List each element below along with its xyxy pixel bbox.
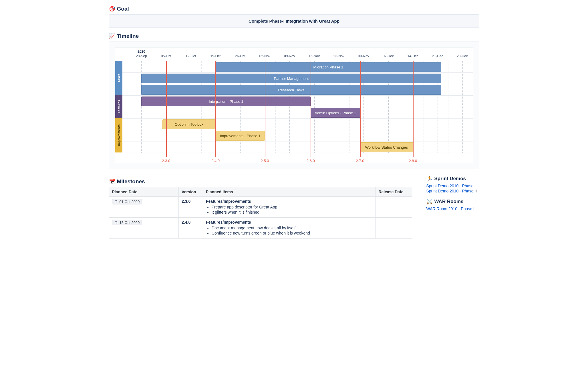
war-icon: ⚔️ xyxy=(426,198,433,205)
war-rooms-section: ⚔️ WAR Rooms WAR Room 2010 - Phase I xyxy=(426,198,479,211)
timeline-row: Option in Toolbox xyxy=(122,118,473,130)
timeline-row: Improvements - Phase 1 xyxy=(122,130,473,141)
goal-heading: 🎯 Goal xyxy=(109,6,479,12)
timeline-row: Migration Phase 1 xyxy=(122,61,473,73)
timeline-chart[interactable]: TasksFeaturesImprovements 202028-Sep05-O… xyxy=(115,48,473,163)
planned-date-badge: 🗓15 Oct 2020 xyxy=(112,220,142,225)
timeline-tick: 02-Nov xyxy=(252,54,278,58)
goal-panel: Complete Phase-I Integration with Great … xyxy=(109,14,479,28)
timeline-bar[interactable]: Admin Options - Phase 1 xyxy=(311,108,360,118)
timeline-bar[interactable]: Partner Management xyxy=(141,74,441,83)
timeline-tick: 05-Oct xyxy=(153,54,179,58)
planned-item: Document management now does it all by i… xyxy=(212,226,373,230)
sprint-demo-link[interactable]: Sprint Demo 2010 - Phase I xyxy=(426,184,479,188)
swimlane-label: Improvements xyxy=(115,118,122,153)
timeline-tick: 12-Oct xyxy=(178,54,204,58)
table-row: 🗓01 Oct 20202.3.0Features/ImprovementsPr… xyxy=(109,197,412,218)
timeline-tick: 07-Dec xyxy=(376,54,401,58)
sprint-icon: 🏃 xyxy=(426,176,433,182)
timeline-bar[interactable]: Improvements - Phase 1 xyxy=(215,131,265,141)
version-cell: 2.4.0 xyxy=(179,218,203,239)
timeline-tick: 26-Oct xyxy=(227,54,253,58)
timeline-bar[interactable]: Workflow Status Changes xyxy=(360,142,413,152)
war-room-link[interactable]: WAR Room 2010 - Phase I xyxy=(426,206,479,211)
planned-date-badge: 🗓01 Oct 2020 xyxy=(112,199,142,204)
timeline-bar[interactable]: Option in Toolbox xyxy=(162,119,215,129)
calendar-icon: 🗓 xyxy=(114,220,118,225)
release-date-cell xyxy=(376,197,412,218)
sprint-demos-section: 🏃 Sprint Demos Sprint Demo 2010 - Phase … xyxy=(426,176,479,193)
sprint-title: Sprint Demos xyxy=(434,176,466,182)
timeline-bar[interactable]: Research Tasks xyxy=(141,85,441,95)
planned-item: Prepare app descriptor for Great App xyxy=(212,205,373,209)
timeline-tick: 19-Oct xyxy=(202,54,228,58)
milestones-heading: 📅 Milestones xyxy=(109,178,412,185)
timeline-milestone-label: 2.8.0 xyxy=(409,159,417,163)
planned-item: Confluence now turns green or blue when … xyxy=(212,231,373,235)
timeline-tick: 28-Dec xyxy=(450,54,473,58)
timeline-milestone-label: 2.5.0 xyxy=(261,159,269,163)
timeline-milestone-label: 2.4.0 xyxy=(211,159,220,163)
timeline-tick: 21-Dec xyxy=(425,54,450,58)
timeline-milestone-label: 2.3.0 xyxy=(162,159,170,163)
timeline-tick: 30-Nov xyxy=(351,54,376,58)
milestones-column-header: Planned Date xyxy=(109,187,179,197)
timeline-bar[interactable]: Migration Phase 1 xyxy=(215,62,441,72)
milestones-column-header: Version xyxy=(179,187,203,197)
goal-icon: 🎯 xyxy=(109,6,115,12)
timeline-row: Research Tasks xyxy=(122,84,473,96)
planned-items-group-label: Features/Improvements xyxy=(206,199,373,204)
calendar-icon: 🗓 xyxy=(114,200,118,204)
goal-text: Complete Phase-I Integration with Great … xyxy=(249,19,339,23)
milestones-table: Planned DateVersionPlanned ItemsRelease … xyxy=(109,187,412,239)
timeline-row: Admin Options - Phase 1 xyxy=(122,107,473,119)
swimlane-label: Features xyxy=(115,95,122,118)
planned-item: It glitters when it is finished xyxy=(212,210,373,214)
timeline-tick: 16-Nov xyxy=(301,54,327,58)
timeline-tick: 14-Dec xyxy=(400,54,426,58)
timeline-row: Partner Management xyxy=(122,72,473,84)
timeline-row: Integration - Phase 1 xyxy=(122,95,473,107)
planned-items-group-label: Features/Improvements xyxy=(206,220,373,224)
version-cell: 2.3.0 xyxy=(179,197,203,218)
timeline-tick: 23-Nov xyxy=(326,54,352,58)
planned-date-text: 15 Oct 2020 xyxy=(120,220,140,225)
table-row: 🗓15 Oct 20202.4.0Features/ImprovementsDo… xyxy=(109,218,412,239)
milestones-icon: 📅 xyxy=(109,178,115,185)
swimlane-label: Tasks xyxy=(115,61,122,95)
milestones-title: Milestones xyxy=(117,178,145,185)
timeline-row: Workflow Status Changes xyxy=(122,141,473,153)
release-date-cell xyxy=(376,218,412,239)
timeline-tick: 09-Nov xyxy=(277,54,302,58)
timeline-title: Timeline xyxy=(117,33,139,39)
war-title: WAR Rooms xyxy=(434,199,464,204)
timeline-bar[interactable]: Integration - Phase 1 xyxy=(141,96,311,106)
timeline-tick: 28-Sep xyxy=(128,54,154,58)
milestones-column-header: Planned Items xyxy=(203,187,376,197)
goal-title: Goal xyxy=(117,6,129,12)
sprint-demo-link[interactable]: Sprint Demo 2010 - Phase II xyxy=(426,189,479,193)
planned-date-text: 01 Oct 2020 xyxy=(120,200,140,204)
timeline-milestone-label: 2.7.0 xyxy=(356,159,364,163)
timeline-heading: 📈 Timeline xyxy=(109,33,479,39)
timeline-panel: TasksFeaturesImprovements 202028-Sep05-O… xyxy=(109,42,479,169)
timeline-milestone-label: 2.6.0 xyxy=(307,159,315,163)
milestones-column-header: Release Date xyxy=(376,187,412,197)
timeline-icon: 📈 xyxy=(109,33,115,39)
